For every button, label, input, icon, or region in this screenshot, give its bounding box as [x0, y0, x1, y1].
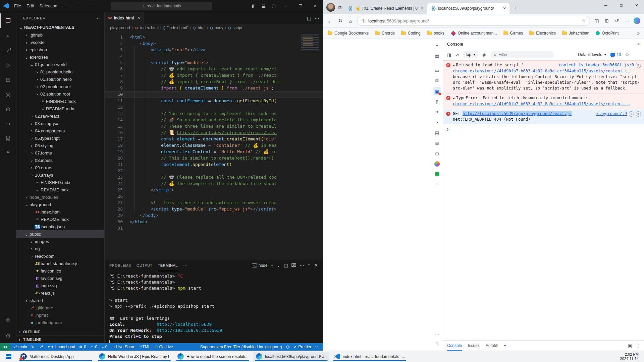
status-sync[interactable]: ↻	[29, 345, 37, 349]
source-action-icon[interactable]: ⧉	[636, 63, 641, 68]
back-icon[interactable]: ←	[327, 18, 334, 24]
close-panel-icon[interactable]: ✕	[314, 263, 318, 268]
drawer-tab-console[interactable]: Console	[447, 341, 462, 351]
browser-maximize-button[interactable]: □	[613, 0, 629, 11]
source-action-icon[interactable]: ⧉	[636, 111, 641, 117]
status-errors[interactable]: ⊗0	[77, 345, 88, 349]
tree-item-01.js-hello-world[interactable]: ⌄01.js-hello-world	[16, 61, 104, 68]
tree-item-09.errors[interactable]: ›09.errors	[16, 164, 104, 171]
tree-item-REACT-FUNDAMENTALS[interactable]: ⌄REACT-FUNDAMENTALS	[16, 24, 104, 31]
vscode-minimize-button[interactable]: ─	[278, 0, 293, 12]
tree-item-02.solution.root[interactable]: ›02.solution.root	[16, 90, 104, 98]
tree-item-.github[interactable]: ›.github	[16, 31, 104, 39]
source-link[interactable]: content.ts-loader-3ed3668f.js:8	[559, 62, 634, 68]
status-prettier[interactable]: ✔Prettier	[291, 345, 313, 349]
tree-item-images[interactable]: ›images	[16, 238, 104, 245]
menu-file[interactable]: File	[11, 2, 24, 10]
new-tab-icon[interactable]: +	[514, 5, 517, 11]
terminal-cursor[interactable]	[109, 340, 113, 343]
bookmark-online-account-man-[interactable]: Online account man...	[451, 31, 497, 36]
breadcrumb-item[interactable]: playground	[110, 25, 130, 30]
tree-item-04.components[interactable]: ›04.components	[16, 127, 104, 134]
command-center-search[interactable]: ⌕ react-fundamentals	[111, 2, 212, 10]
tree-item-08.inputs[interactable]: ›08.inputs	[16, 157, 104, 164]
account-icon[interactable]: ☺	[0, 312, 15, 327]
message-link[interactable]: http://localhost:5639/app/playground/rea…	[463, 111, 572, 116]
network-icon[interactable]: ≋	[433, 108, 441, 116]
toggle-panel-icon[interactable]: ⬓	[259, 3, 268, 8]
page-content[interactable]	[323, 39, 431, 351]
devtools-close-icon[interactable]: ✕	[637, 42, 640, 47]
taskbar-edge-window-1[interactable]: Hello World in JS | Epic React by K...	[96, 352, 172, 361]
split-terminal-icon[interactable]: ◫	[284, 263, 288, 268]
source-control-icon[interactable]: ⎇	[0, 43, 15, 58]
tree-item-02.problem.root[interactable]: ›02.problem.root	[16, 83, 104, 90]
console-message-3[interactable]: ✕playground/:9⇅⧉GET http://localhost:563…	[443, 109, 644, 124]
live-share-icon[interactable]: ↪	[0, 117, 15, 131]
code-editor[interactable]: 1<html>2 <body>3 <div id="root"></div>45…	[105, 32, 323, 259]
expand-caret-icon[interactable]: ▶	[453, 64, 454, 67]
tree-item-FINISHED.mdx[interactable]: ≡FINISHED.mdx	[16, 98, 104, 105]
browser-tab-1[interactable]: 🤘 | 01. Create React Elements | 0✕	[345, 3, 427, 14]
settings-more-icon[interactable]: ⋯	[624, 18, 630, 23]
profile-avatar[interactable]	[326, 3, 335, 12]
bookmark-chords[interactable]: Chords	[375, 31, 395, 36]
outline-section[interactable]: ›OUTLINE	[16, 328, 104, 336]
elements-icon[interactable]: ⧉	[433, 77, 441, 85]
drawer-tab-issues[interactable]: Issues	[468, 341, 480, 351]
tree-item-logo.svg[interactable]: ◧logo.svg	[16, 282, 104, 289]
console-message-2[interactable]: ✕▶TypeError: Failed to fetch dynamically…	[443, 93, 644, 109]
drawer-more-icon[interactable]: ⋮	[636, 343, 640, 348]
bookmarks-overflow-icon[interactable]: »	[637, 31, 640, 36]
tree-item-node_modules[interactable]: ›node_modules	[16, 193, 104, 201]
editor-more-icon[interactable]: ⋯	[315, 15, 319, 21]
remote-explorer-icon[interactable]: ⊚	[0, 102, 15, 117]
tree-item-README.mdx[interactable]: ≡README.mdx	[16, 216, 104, 223]
application-icon[interactable]: ⊟	[433, 139, 441, 147]
kill-terminal-icon[interactable]: ⌧	[291, 263, 296, 268]
lighthouse-icon[interactable]	[434, 161, 440, 167]
tree-item-README.mdx[interactable]: ≡README.mdx	[16, 186, 104, 193]
panel-tab-problems[interactable]: PROBLEMS	[109, 259, 131, 271]
tree-item-.prettierignore[interactable]: ◆.prettierignore	[16, 319, 104, 326]
tree-item-03.using-jsx[interactable]: ›03.using-jsx	[16, 120, 104, 127]
status-copilot-robot[interactable]: ⌬	[284, 345, 291, 349]
source-link[interactable]: playground/:9	[595, 111, 627, 117]
search-icon[interactable]: ⌕	[0, 28, 15, 43]
bookmark-octoprint[interactable]: OctoPrint	[596, 31, 619, 36]
tree-item-05.typescript[interactable]: ›05.typescript	[16, 134, 104, 142]
tree-item-02.raw-react[interactable]: ›02.raw-react	[16, 112, 104, 120]
maximize-panel-icon[interactable]: ⌃	[307, 263, 311, 268]
bookmark-juhachiban[interactable]: Juhachiban	[562, 31, 589, 36]
status-launchpad[interactable]: ✦✦Launchpad	[45, 345, 77, 349]
site-info-icon[interactable]: ⓘ	[362, 18, 366, 24]
tree-item-01.solution.hello[interactable]: ›01.solution.hello	[16, 75, 104, 83]
more-tools-plus-icon[interactable]: +	[433, 180, 441, 188]
console-prompt[interactable]: ❯	[443, 124, 644, 134]
collections-icon[interactable]: ⊞	[603, 18, 610, 23]
comments-icon[interactable]: ❝	[0, 146, 15, 161]
tree-item-playground[interactable]: ⌄playground	[16, 201, 104, 208]
history-icon[interactable]: ↺	[613, 18, 620, 23]
console-filter-input[interactable]: ≡Filter	[490, 51, 554, 58]
tree-item-01.problem.hello[interactable]: ›01.problem.hello	[16, 68, 104, 75]
context-selector[interactable]: top▼	[463, 51, 478, 58]
tree-item-shared[interactable]: ›shared	[16, 297, 104, 304]
tree-item-tsconfig.json[interactable]: TStsconfig.json	[16, 223, 104, 230]
minimap[interactable]	[301, 34, 319, 52]
explorer-more-icon[interactable]: ⋯	[95, 15, 100, 21]
bookmark-electronics[interactable]: Electronics	[529, 31, 556, 36]
refresh-icon[interactable]: ↻	[337, 18, 344, 24]
tree-item-babel-standalone.js[interactable]: JSbabel-standalone.js	[16, 260, 104, 267]
nav-back-icon[interactable]: ←	[78, 3, 83, 9]
default-levels-dropdown[interactable]: Default levels▼	[578, 52, 606, 57]
taskbar-edge-window-2[interactable]: How to detect the screen resoluti...	[174, 352, 251, 361]
panel-tab-terminal[interactable]: TERMINAL	[158, 259, 178, 271]
dt-more-icon[interactable]: ⋯	[433, 330, 441, 338]
welcome-icon[interactable]: ▭	[433, 66, 441, 74]
tree-item-favicon.svg[interactable]: ◧favicon.svg	[16, 275, 104, 282]
workspaces-icon[interactable]: ⧉	[338, 4, 341, 10]
tree-item-.gitignore[interactable]: ⎇.gitignore	[16, 304, 104, 311]
console-sidebar-icon[interactable]: ◨	[447, 52, 451, 57]
status-gitlens-branch[interactable]: ⎇	[37, 345, 45, 349]
